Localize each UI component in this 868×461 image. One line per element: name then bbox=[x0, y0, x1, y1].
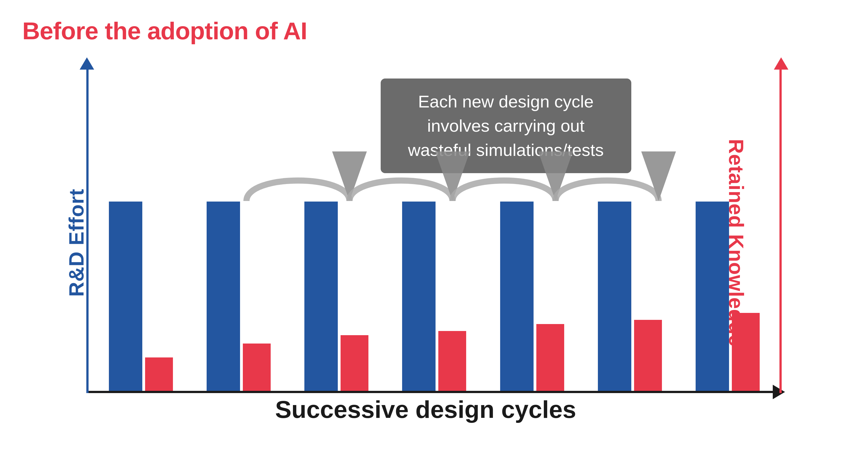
bar-red-7 bbox=[732, 313, 760, 391]
bar-blue-7 bbox=[695, 202, 729, 391]
bars-container bbox=[92, 152, 777, 391]
y-axis-arrow-right bbox=[774, 57, 788, 70]
y-axis-line-right bbox=[779, 62, 782, 393]
bar-group-5 bbox=[500, 202, 564, 391]
bar-blue-2 bbox=[207, 202, 240, 391]
bar-blue-6 bbox=[598, 202, 631, 391]
axes: Each new design cycleinvolves carrying o… bbox=[70, 62, 782, 393]
page-container: Before the adoption of AI R&D Effort Ret… bbox=[0, 0, 868, 461]
bar-blue-4 bbox=[402, 202, 436, 391]
bar-red-5 bbox=[536, 324, 564, 391]
bar-group-7 bbox=[695, 202, 760, 391]
bar-red-2 bbox=[243, 343, 271, 391]
bar-group-3 bbox=[304, 202, 368, 391]
chart-area: R&D Effort Retained Knowledge Each new d… bbox=[22, 62, 846, 424]
bar-group-1 bbox=[109, 202, 173, 391]
bar-group-4 bbox=[402, 202, 466, 391]
bar-red-3 bbox=[341, 335, 368, 391]
page-title: Before the adoption of AI bbox=[22, 17, 846, 45]
bar-red-4 bbox=[438, 331, 466, 391]
y-axis-arrow-left bbox=[80, 57, 94, 70]
bar-blue-3 bbox=[304, 202, 338, 391]
x-axis-label: Successive design cycles bbox=[70, 395, 782, 424]
annotation-text: Each new design cycleinvolves carrying o… bbox=[408, 92, 604, 160]
bar-red-1 bbox=[145, 357, 173, 391]
bar-blue-1 bbox=[109, 202, 142, 391]
bar-group-6 bbox=[598, 202, 662, 391]
bar-red-6 bbox=[634, 320, 662, 391]
bar-blue-5 bbox=[500, 202, 533, 391]
bar-group-2 bbox=[207, 202, 271, 391]
x-axis-line bbox=[86, 391, 782, 393]
y-axis-line-left bbox=[86, 62, 89, 393]
